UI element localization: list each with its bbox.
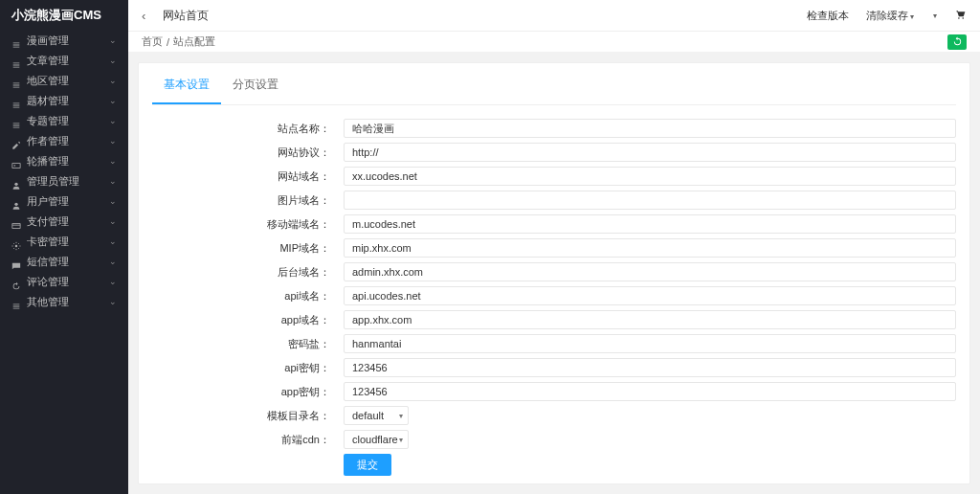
salt-input[interactable] (344, 334, 956, 353)
sidebar-item-label: 专题管理 (27, 111, 69, 131)
breadcrumb-home[interactable]: 首页 (142, 34, 163, 49)
sidebar-item-11[interactable]: 短信管理⌄ (0, 252, 128, 272)
label-app-secret: app密钥： (152, 385, 344, 399)
sidebar-item-0[interactable]: 漫画管理⌄ (0, 31, 128, 51)
sidebar-item-label: 评论管理 (27, 272, 69, 292)
chevron-down-icon: ⌄ (109, 151, 117, 171)
label-site-name: 站点名称： (152, 122, 344, 136)
label-admin-domain: 后台域名： (152, 265, 344, 280)
chevron-down-icon: ⌄ (109, 111, 117, 131)
topbar: ‹ 网站首页 检查版本 清除缓存▾ ▾ (128, 0, 980, 32)
cart-icon[interactable] (954, 9, 967, 23)
sidebar-item-label: 轮播管理 (27, 151, 69, 171)
label-domain: 网站域名： (152, 169, 344, 184)
sms-icon (11, 258, 21, 267)
cdn-select[interactable] (344, 430, 409, 449)
sidebar-item-label: 卡密管理 (27, 232, 69, 252)
svg-point-1 (14, 182, 17, 185)
chevron-down-icon: ⌄ (109, 292, 117, 312)
api-secret-input[interactable] (344, 358, 956, 377)
domain-input[interactable] (344, 167, 956, 186)
label-protocol: 网站协议： (152, 146, 344, 160)
refresh-button[interactable] (947, 34, 967, 50)
slider-icon (11, 157, 21, 167)
svg-point-3 (15, 244, 18, 247)
edit-icon (11, 137, 21, 146)
brand-logo: 小浣熊漫画CMS (0, 0, 128, 31)
sidebar-item-label: 作者管理 (27, 131, 69, 151)
page-title: 网站首页 (163, 8, 209, 24)
img-domain-input[interactable] (344, 191, 956, 210)
sidebar-item-9[interactable]: 支付管理⌄ (0, 212, 128, 232)
back-button[interactable]: ‹ (142, 9, 145, 23)
chevron-down-icon: ⌄ (109, 71, 117, 91)
chevron-down-icon: ⌄ (109, 191, 117, 212)
sidebar-item-label: 地区管理 (27, 71, 69, 91)
gear-icon (11, 237, 21, 247)
svg-point-2 (14, 202, 17, 205)
sidebar-item-label: 管理员管理 (27, 171, 79, 191)
chevron-down-icon: ⌄ (109, 232, 117, 252)
sidebar-item-2[interactable]: 地区管理⌄ (0, 71, 128, 91)
chevron-down-icon: ⌄ (109, 91, 117, 111)
template-select[interactable] (344, 406, 409, 425)
sidebar-item-1[interactable]: 文章管理⌄ (0, 51, 128, 71)
submit-button[interactable]: 提交 (344, 454, 391, 476)
chevron-down-icon: ⌄ (109, 31, 117, 51)
check-version-link[interactable]: 检查版本 (807, 9, 849, 23)
sidebar-item-6[interactable]: 轮播管理⌄ (0, 151, 128, 171)
sidebar-item-10[interactable]: 卡密管理⌄ (0, 232, 128, 252)
tab-paging[interactable]: 分页设置 (221, 77, 290, 104)
settings-card: 基本设置 分页设置 站点名称： 网站协议： 网站域名： 图片域名： 移动端域名：… (138, 62, 970, 484)
list-icon (11, 97, 21, 106)
clear-cache-link[interactable]: 清除缓存▾ (866, 9, 914, 23)
sync-icon (11, 278, 21, 287)
sidebar-item-12[interactable]: 评论管理⌄ (0, 272, 128, 292)
list-icon (11, 77, 21, 86)
tab-basic[interactable]: 基本设置 (152, 77, 221, 104)
list-icon (11, 36, 21, 46)
list-icon (11, 56, 21, 66)
label-app-domain: app域名： (152, 313, 344, 327)
admin-domain-input[interactable] (344, 262, 956, 281)
sidebar: 小浣熊漫画CMS 漫画管理⌄文章管理⌄地区管理⌄题材管理⌄专题管理⌄作者管理⌄轮… (0, 0, 128, 494)
api-domain-input[interactable] (344, 286, 956, 305)
sidebar-item-label: 题材管理 (27, 91, 69, 111)
sidebar-item-8[interactable]: 用户管理⌄ (0, 191, 128, 212)
sidebar-item-7[interactable]: 管理员管理⌄ (0, 171, 128, 191)
user-icon (11, 177, 21, 187)
mip-domain-input[interactable] (344, 238, 956, 258)
settings-form: 站点名称： 网站协议： 网站域名： 图片域名： 移动端域名： MIP域名： 后台… (152, 119, 956, 476)
sidebar-item-5[interactable]: 作者管理⌄ (0, 131, 128, 151)
chevron-down-icon: ⌄ (109, 51, 117, 71)
list-icon (11, 117, 21, 126)
app-domain-input[interactable] (344, 310, 956, 329)
label-salt: 密码盐： (152, 337, 344, 351)
label-cdn: 前端cdn： (152, 433, 344, 447)
chevron-down-icon[interactable]: ▾ (933, 11, 937, 20)
breadcrumb-current: 站点配置 (173, 34, 215, 49)
sidebar-item-label: 支付管理 (27, 212, 69, 232)
mobile-domain-input[interactable] (344, 214, 956, 234)
label-mip-domain: MIP域名： (152, 241, 344, 256)
tabs: 基本设置 分页设置 (152, 77, 956, 105)
pay-icon (11, 217, 21, 227)
chevron-down-icon: ⌄ (109, 272, 117, 292)
sidebar-item-label: 其他管理 (27, 292, 69, 312)
label-img-domain: 图片域名： (152, 193, 344, 208)
list-icon (11, 298, 21, 307)
chevron-down-icon: ▾ (910, 12, 914, 21)
protocol-input[interactable] (344, 143, 956, 162)
sidebar-item-3[interactable]: 题材管理⌄ (0, 91, 128, 111)
app-secret-input[interactable] (344, 382, 956, 401)
site-name-input[interactable] (344, 119, 956, 138)
chevron-down-icon: ⌄ (109, 252, 117, 272)
label-api-secret: api密钥： (152, 361, 344, 375)
breadcrumb-bar: 首页 / 站点配置 (128, 32, 980, 53)
chevron-down-icon: ⌄ (109, 131, 117, 151)
user-icon (11, 197, 21, 207)
sidebar-item-4[interactable]: 专题管理⌄ (0, 111, 128, 131)
sidebar-item-label: 文章管理 (27, 51, 69, 71)
sidebar-item-13[interactable]: 其他管理⌄ (0, 292, 128, 312)
sidebar-item-label: 用户管理 (27, 191, 69, 212)
